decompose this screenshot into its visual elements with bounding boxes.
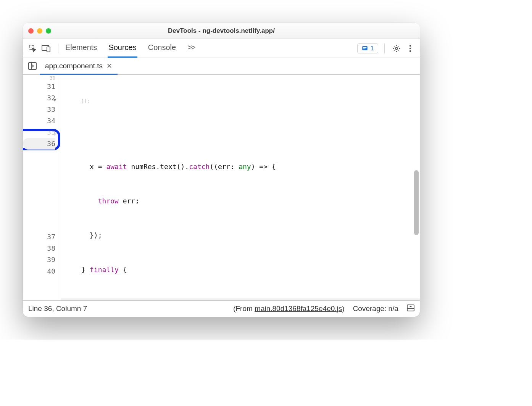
svg-rect-4 [363,47,366,48]
gutter-line: 38 [23,243,55,254]
separator [384,44,385,53]
file-tab-label: app.component.ts [45,62,103,70]
drawer-toggle-icon[interactable] [407,304,414,313]
inspect-element-icon[interactable] [27,43,38,54]
code-line: }); [61,230,420,241]
svg-point-9 [409,50,411,52]
more-options-icon[interactable] [405,43,416,54]
panel-tabs: Elements Sources Console >> [64,39,196,58]
scrollbar[interactable] [414,170,419,235]
file-tabs: app.component.ts ✕ [23,58,420,75]
close-tab-icon[interactable]: ✕ [106,62,112,70]
devtools-toolbar: Elements Sources Console >> 1 [23,39,420,58]
line-gutter[interactable]: 30 31 32▼ 33 34 35▼ 36 37 38 39 40 [23,75,61,300]
issues-count: 1 [371,45,374,52]
tab-elements[interactable]: Elements [64,39,98,58]
tab-console[interactable]: Console [147,39,177,58]
gutter-line: 40 [23,266,55,277]
svg-point-7 [409,45,411,46]
svg-rect-3 [362,46,368,50]
svg-point-6 [395,47,398,50]
tab-sources[interactable]: Sources [108,39,137,58]
code-line: this.counter = this.counter + +(x || 1); [61,298,420,300]
status-bar: Line 36, Column 7 (From main.80d1368fa12… [23,300,420,317]
minimize-window-icon[interactable] [37,28,42,34]
devtools-window: DevTools - ng-devtools.netlify.app/ Elem… [23,23,420,317]
code-content[interactable]: }); x = await numRes.text().catch((err: … [61,75,420,300]
gutter-line: 39 [23,254,55,266]
cursor-position: Line 36, Column 7 [28,304,87,313]
device-toolbar-icon[interactable] [40,43,52,54]
code-line: x = await numRes.text().catch((err: any)… [61,161,420,172]
svg-point-8 [409,47,411,49]
source-file-link[interactable]: main.80d1368fa125e4e0.js [255,304,342,313]
gutter-line: 37 [23,231,55,243]
window-title: DevTools - ng-devtools.netlify.app/ [23,27,420,35]
separator [58,44,58,53]
code-line: }); [61,98,420,104]
navigator-toggle-icon[interactable] [25,58,40,74]
source-origin: (From main.80d1368fa125e4e0.js) [233,304,345,313]
gutter-line: 34 [23,115,55,127]
gutter-line: 35▼ [23,127,55,138]
titlebar: DevTools - ng-devtools.netlify.app/ [23,23,420,39]
tabs-overflow[interactable]: >> [187,39,195,58]
gutter-line: 36 [23,138,55,150]
gutter-line: 32▼ [23,92,55,104]
code-line: throw err; [61,195,420,207]
traffic-lights [28,28,51,34]
zoom-window-icon[interactable] [46,28,51,34]
issues-counter[interactable]: 1 [357,44,378,53]
code-editor: 30 31 32▼ 33 34 35▼ 36 37 38 39 40 }); x… [23,75,420,300]
gutter-line: 31 [23,81,55,92]
svg-rect-2 [47,47,50,52]
code-line: } finally { [61,264,420,276]
close-window-icon[interactable] [28,28,34,34]
gutter-line: 33 [23,104,55,115]
file-tab-app-component[interactable]: app.component.ts ✕ [40,58,118,75]
coverage-status: Coverage: n/a [353,304,398,313]
svg-rect-5 [363,48,365,49]
code-line [61,127,420,138]
settings-icon[interactable] [391,43,402,54]
